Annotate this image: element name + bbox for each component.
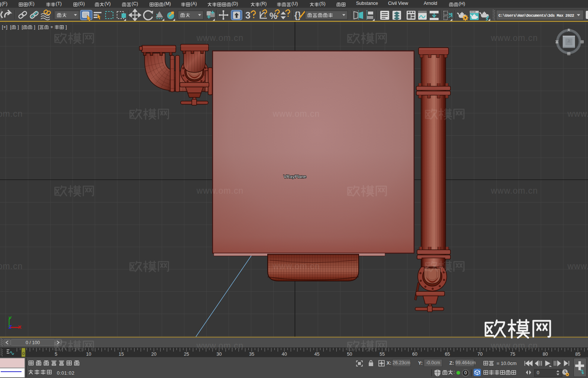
svg-text:C:\Users\Han\Documents\3ds Max: C:\Users\Han\Documents\3ds Max 2022 (498, 13, 574, 18)
svg-text:15: 15 (119, 352, 124, 357)
svg-text:35: 35 (249, 352, 254, 357)
svg-text:3: 3 (245, 10, 251, 20)
svg-text:45: 45 (314, 352, 320, 357)
svg-text:0 / 100: 0 / 100 (26, 340, 40, 345)
svg-text:60: 60 (412, 352, 417, 357)
svg-text:25: 25 (184, 352, 189, 357)
svg-text:50: 50 (347, 352, 352, 357)
svg-text:70: 70 (478, 352, 483, 357)
svg-text:80: 80 (543, 352, 548, 357)
svg-text:%: % (269, 11, 277, 21)
svg-text:10: 10 (86, 352, 91, 357)
svg-text:75: 75 (510, 352, 515, 357)
svg-text:85: 85 (575, 352, 581, 357)
svg-text:30: 30 (217, 352, 222, 357)
svg-text:0: 0 (22, 351, 25, 356)
svg-text:20: 20 (151, 352, 156, 357)
svg-text:65: 65 (445, 352, 450, 357)
svg-text:40: 40 (282, 352, 287, 357)
svg-text:{}: {} (294, 10, 301, 20)
svg-text:5: 5 (55, 352, 57, 357)
svg-text:VRayPlane: VRayPlane (284, 174, 306, 179)
svg-text:55: 55 (379, 352, 385, 357)
